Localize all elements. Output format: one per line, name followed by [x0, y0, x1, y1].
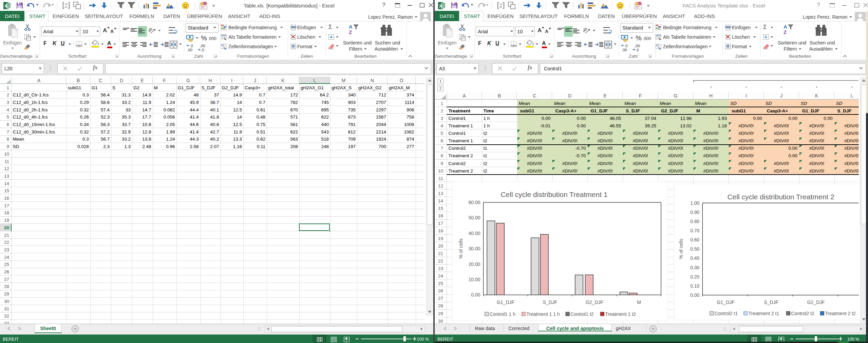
svg-text:S_DJF: S_DJF	[764, 300, 778, 305]
svg-text:,00: ,00	[635, 44, 640, 48]
svg-text:Treatment 1 t2: Treatment 1 t2	[605, 311, 636, 317]
svg-text:X: X	[4, 3, 7, 8]
svg-text:10.00: 10.00	[468, 277, 480, 282]
svg-text:50.00: 50.00	[468, 215, 480, 220]
svg-text:Treatment 2 t2: Treatment 2 t2	[825, 311, 856, 316]
svg-text:S_DJF: S_DJF	[543, 300, 558, 305]
svg-text:0.00: 0.00	[471, 292, 480, 297]
svg-text:0.60: 0.60	[690, 237, 699, 242]
svg-text:40.00: 40.00	[468, 231, 480, 236]
svg-text:G1_DJF: G1_DJF	[497, 300, 514, 305]
svg-text:% of cells: % of cells	[458, 238, 464, 259]
svg-text:G1_DJF: G1_DJF	[717, 300, 734, 305]
svg-text:1.00: 1.00	[690, 200, 699, 205]
svg-text:Z: Z	[349, 29, 352, 35]
svg-text:01: 01	[65, 5, 68, 8]
svg-text:ab: ab	[149, 27, 153, 33]
svg-text:G2_DJF: G2_DJF	[586, 300, 603, 305]
svg-text:20.00: 20.00	[468, 261, 480, 267]
svg-text:,00: ,00	[200, 44, 205, 48]
svg-text:≠: ≠	[224, 27, 225, 30]
svg-text:30.00: 30.00	[468, 246, 480, 251]
svg-text:.0: .0	[190, 44, 193, 48]
svg-text:G2_DJF: G2_DJF	[807, 300, 825, 305]
svg-text:Cell cycle distribution Treatm: Cell cycle distribution Treatment 2	[727, 193, 834, 201]
svg-text:,0: ,0	[201, 48, 204, 52]
svg-text:0.70: 0.70	[690, 228, 699, 233]
svg-text:Control1 t2: Control1 t2	[570, 311, 594, 317]
svg-text:% of cells: % of cells	[678, 239, 684, 259]
svg-text:0.90: 0.90	[690, 209, 699, 215]
svg-text:.0: .0	[624, 44, 628, 48]
svg-text:M: M	[637, 300, 641, 305]
svg-text:ab: ab	[583, 27, 588, 33]
svg-text:Treatment 1 1 h: Treatment 1 1 h	[526, 311, 560, 317]
svg-text:0.30: 0.30	[690, 265, 699, 270]
svg-text:≠: ≠	[658, 27, 660, 30]
svg-text:A: A	[349, 24, 353, 30]
svg-text:0.00: 0.00	[690, 292, 699, 297]
svg-text:.00: .00	[622, 48, 627, 52]
svg-text:X: X	[439, 3, 442, 8]
svg-text:60.00: 60.00	[468, 200, 480, 205]
svg-text:Cell cycle distribution Treatm: Cell cycle distribution Treatment 1	[501, 191, 607, 198]
svg-text:01: 01	[499, 5, 502, 8]
svg-text:Control2 t1: Control2 t1	[715, 311, 738, 316]
svg-text:0.10: 0.10	[690, 283, 699, 288]
svg-text:A: A	[784, 24, 787, 30]
svg-text:.00: .00	[187, 48, 192, 52]
svg-text:,0: ,0	[636, 48, 639, 52]
svg-text:Z: Z	[784, 29, 787, 35]
svg-text:0.50: 0.50	[690, 246, 699, 252]
svg-text:0.20: 0.20	[690, 274, 699, 279]
svg-text:Treatment 2 t1: Treatment 2 t1	[749, 311, 779, 316]
svg-text:0.80: 0.80	[690, 219, 699, 224]
svg-text:0.40: 0.40	[690, 255, 699, 261]
svg-text:Control2 t2: Control2 t2	[791, 311, 814, 316]
svg-text:Control1 1 h: Control1 1 h	[490, 311, 515, 317]
